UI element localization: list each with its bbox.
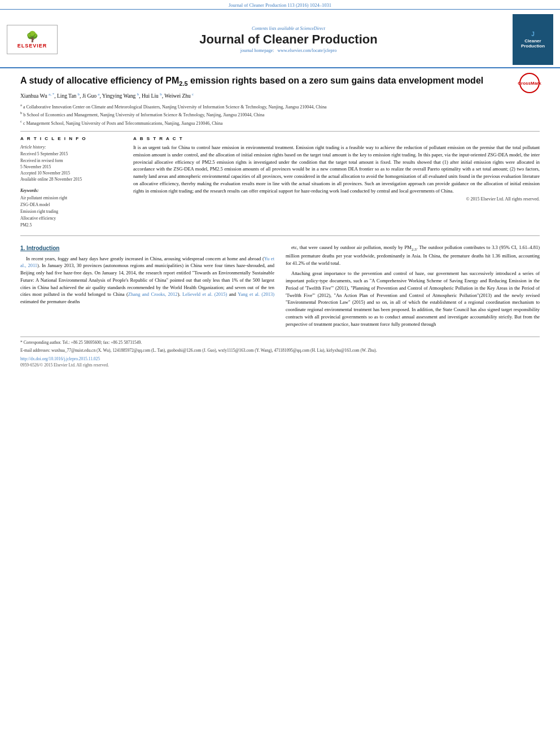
author-weiwei-sup: c: [192, 92, 194, 97]
header-center: Contents lists available at ScienceDirec…: [64, 26, 513, 53]
doi-line[interactable]: http://dx.doi.org/10.1016/j.jclepro.2015…: [20, 356, 540, 362]
homepage-label: journal homepage:: [240, 48, 274, 53]
logo-bottom-text: Cleaner Production: [515, 38, 551, 49]
crossmark-label: CrossMark: [518, 81, 541, 86]
author-ji: Ji Guo: [82, 94, 97, 99]
author-hui: Hui Liu: [142, 94, 159, 99]
divider: [20, 131, 540, 132]
sciencedirect-prefix: Contents lists available at ScienceDirec…: [252, 26, 325, 31]
keyword-3: Emission right trading: [20, 208, 122, 215]
history-label: Article history:: [20, 144, 122, 150]
info-abstract-section: A R T I C L E I N F O Article history: R…: [20, 136, 540, 229]
logo-top-text: J: [531, 31, 535, 37]
elsevier-logo: 🌳 ELSEVIER: [7, 25, 58, 54]
abstract-text: It is an urgent task for China to contro…: [133, 144, 540, 194]
intro-paragraph-right-1: etc, that were caused by outdoor air pol…: [286, 244, 540, 267]
keyword-5: PM2.5: [20, 222, 122, 229]
journal-bar: Journal of Cleaner Production 113 (2016)…: [0, 0, 560, 10]
journal-title: Journal of Cleaner Production: [64, 32, 513, 47]
divider-2: [20, 235, 540, 236]
corresponding-note: * Corresponding author. Tel.: +86 25 586…: [20, 339, 540, 346]
footnotes: * Corresponding author. Tel.: +86 25 586…: [20, 337, 540, 368]
author-yingying-sup: b: [137, 92, 139, 97]
received-date: Received 5 September 2015: [20, 151, 68, 156]
body-col-right: etc, that were caused by outdoor air pol…: [286, 244, 540, 331]
tree-icon: 🌳: [26, 30, 38, 43]
cleaner-production-logo: J Cleaner Production: [513, 14, 553, 65]
ref-yu: Yu et al., 2011: [20, 256, 274, 269]
doi-text: http://dx.doi.org/10.1016/j.jclepro.2015…: [20, 356, 100, 361]
abstract-paragraph: It is an urgent task for China to contro…: [133, 144, 540, 194]
elsevier-name: ELSEVIER: [18, 43, 47, 49]
affiliations: a a Collaborative Innovation Center on C…: [20, 102, 540, 127]
keyword-1: Air pollutant emission right: [20, 195, 122, 202]
affiliation-c: c c Management School, Nanjing Universit…: [20, 119, 540, 126]
keywords-section: Keywords: Air pollutant emission right Z…: [20, 187, 122, 229]
author-ling-sup: b: [78, 92, 80, 97]
intro-heading: 1. Introduction: [20, 244, 274, 252]
abstract-col: A B S T R A C T It is an urgent task for…: [133, 136, 540, 229]
journal-homepage: journal homepage: www.elsevier.com/locat…: [64, 48, 513, 53]
article-content: CrossMark A study of allocative efficien…: [0, 68, 560, 375]
issn-text: 0959-6526/© 2015 Elsevier Ltd. All right…: [20, 362, 109, 368]
affiliation-b: b b School of Economics and Management, …: [20, 110, 540, 118]
keyword-4: Allocative efficiency: [20, 215, 122, 222]
authors: Xianhua Wu a, *, Ling Tan b, Ji Guo a, Y…: [20, 92, 540, 99]
ref-zhang: Zhang and Crooks, 2012: [128, 291, 178, 297]
received-revised-label: Received in revised form: [20, 158, 63, 163]
homepage-url[interactable]: www.elsevier.com/locate/jclepro: [277, 48, 336, 53]
body-content: 1. Introduction In recent years, foggy a…: [20, 244, 540, 331]
crossmark: CrossMark: [519, 73, 540, 93]
author-weiwei: Weiwei Zhu: [164, 94, 190, 99]
page-header: 🌳 ELSEVIER Contents lists available at S…: [0, 10, 560, 68]
abstract-copyright: © 2015 Elsevier Ltd. All rights reserved…: [133, 196, 540, 202]
intro-paragraph-left: In recent years, foggy and hazy days hav…: [20, 255, 274, 305]
article-history: Article history: Received 5 September 20…: [20, 144, 122, 183]
article-info-heading: A R T I C L E I N F O: [20, 136, 122, 141]
author-ji-sup: a: [98, 92, 99, 97]
crossmark-badge: CrossMark: [519, 73, 540, 93]
revised-date: 5 November 2015: [20, 164, 51, 169]
author-xianhua-sup: a, *: [49, 92, 54, 97]
available-date: Available online 28 November 2015: [20, 177, 82, 182]
ref-lelieveld: Lelieveld et al. (2015): [182, 291, 227, 297]
abstract-heading: A B S T R A C T: [133, 136, 540, 141]
keywords-label: Keywords:: [20, 187, 122, 194]
intro-paragraph-right-2: Attaching great importance to the preven…: [286, 270, 540, 327]
author-ling: Ling Tan: [57, 94, 76, 99]
sciencedirect-line: Contents lists available at ScienceDirec…: [64, 26, 513, 31]
subscript-2.5: 2.5: [179, 80, 187, 87]
affiliation-a: a a Collaborative Innovation Center on C…: [20, 102, 540, 110]
author-hui-sup: b: [160, 92, 162, 97]
article-title: A study of allocative efficiency of PM2.…: [20, 75, 540, 88]
email-note: E-mail addresses: wuxhua_77@nuist.edu.cn…: [20, 347, 540, 353]
author-yingying: Yingying Wang: [102, 94, 136, 99]
issn-line: 0959-6526/© 2015 Elsevier Ltd. All right…: [20, 362, 540, 368]
body-two-col: 1. Introduction In recent years, foggy a…: [20, 244, 540, 331]
body-col-left: 1. Introduction In recent years, foggy a…: [20, 244, 274, 331]
journal-bar-text: Journal of Cleaner Production 113 (2016)…: [229, 2, 331, 8]
ref-yang: Yang et al. (2013): [238, 291, 274, 297]
author-xianhua: Xianhua Wu: [20, 94, 47, 99]
keyword-2: ZSG-DEA model: [20, 202, 122, 208]
accepted-date: Accepted 10 November 2015: [20, 171, 70, 176]
article-info-col: A R T I C L E I N F O Article history: R…: [20, 136, 122, 229]
